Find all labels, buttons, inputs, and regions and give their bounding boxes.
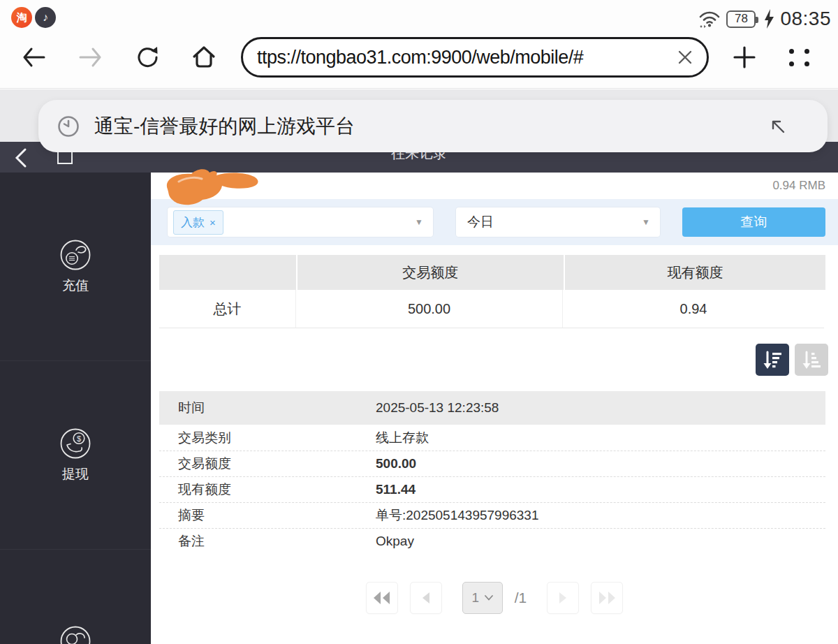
total-pages-label: /1 [515,590,527,606]
date-range-dropdown[interactable]: 今日 ▼ [456,207,660,237]
record-value: 线上存款 [376,429,429,447]
record-label: 摘要 [159,506,376,525]
screen: 淘 ♪ 78 08:35 [0,0,838,644]
record-value: 2025-05-13 12:23:58 [376,400,499,416]
clear-url-icon[interactable] [676,48,694,66]
summary-header-cell [159,255,296,290]
recharge-hand-coin-icon [59,239,91,271]
partial-circle-icon [59,625,91,644]
redaction-scribble [155,167,265,207]
record-label: 时间 [159,399,376,417]
sort-controls [756,344,828,376]
record-row-time: 时间 2025-05-13 12:23:58 [159,391,825,425]
sidebar-item-label: 充值 [62,277,89,295]
page-select[interactable]: 1 [462,582,503,614]
summary-total-label: 总计 [159,290,296,328]
record-row-summary: 摘要 单号:202505143957996331 [159,502,825,528]
type-filter-label: 入款 [181,214,205,230]
music-note-glyph: ♪ [43,11,48,24]
back-button[interactable] [20,43,47,71]
pagination: 1 /1 [151,582,838,614]
browser-chrome: 淘 ♪ 78 08:35 [0,0,838,89]
taobao-glyph: 淘 [17,11,27,24]
query-button[interactable]: 查询 [682,207,825,237]
record-value: Okpay [376,534,414,549]
transaction-type-dropdown[interactable]: 入款 × ▼ [168,207,433,237]
insert-suggestion-arrow-icon[interactable] [769,117,787,136]
record-label: 现有额度 [159,481,376,499]
charging-bolt-icon [764,9,774,29]
sidebar-item-partial[interactable] [0,550,151,644]
withdraw-hand-dollar-icon: $ [59,427,91,460]
record-detail-card: 时间 2025-05-13 12:23:58 交易类别 线上存款 交易额度 50… [159,391,825,554]
taobao-notification-icon[interactable]: 淘 [11,7,32,28]
suggestion-title[interactable]: 通宝-信誉最好的网上游戏平台 [94,113,828,140]
summary-header-row: 交易额度 现有额度 [159,255,825,290]
date-range-value: 今日 [467,213,494,231]
next-page-button[interactable] [547,582,579,614]
record-row-remark: 备注 Okpay [159,528,825,554]
sort-ascending-button[interactable] [795,344,828,376]
forward-button[interactable] [77,43,105,71]
battery-level: 78 [735,12,748,26]
new-tab-button[interactable] [730,43,758,71]
last-page-button[interactable] [591,582,623,614]
summary-current-balance: 0.94 [563,290,824,328]
record-value: 单号:202505143957996331 [376,506,538,525]
url-suggestion-card[interactable]: 通宝-信誉最好的网上游戏平台 [38,100,828,152]
url-bar[interactable]: ttps://tongbao31.com:9900/web/mobile/# [241,37,709,78]
history-clock-icon [57,115,80,138]
record-value: 511.44 [376,482,416,497]
summary-transaction-amount: 500.00 [296,290,563,328]
chevron-down-icon: ▼ [415,217,423,227]
record-label: 交易类别 [159,429,376,447]
summary-header-cell: 现有额度 [565,255,825,290]
sidebar: 充值 $ 提现 [0,173,151,644]
balance-amount: 0.94 RMB [772,179,825,193]
page-select-value: 1 [471,590,479,606]
record-row-balance: 现有额度 511.44 [159,476,825,502]
record-row-type: 交易类别 线上存款 [159,425,825,451]
battery-icon: 78 [726,10,756,28]
wifi-icon [698,9,721,29]
summary-total-row: 总计 500.00 0.94 [159,290,825,328]
summary-header-cell: 交易额度 [297,255,564,290]
remove-tag-icon[interactable]: × [210,217,216,228]
previous-page-button[interactable] [410,582,442,614]
status-indicators: 78 08:35 [698,6,831,32]
sidebar-item-recharge[interactable]: 充值 [0,173,151,361]
record-label: 交易额度 [159,455,376,473]
douyin-notification-icon[interactable]: ♪ [35,7,56,28]
svg-text:$: $ [77,434,81,442]
home-button[interactable] [190,43,218,71]
summary-table: 交易额度 现有额度 总计 500.00 0.94 [159,255,825,328]
sidebar-item-label: 提现 [62,465,89,483]
record-label: 备注 [159,532,376,550]
url-text[interactable]: ttps://tongbao31.com:9900/web/mobile/# [257,47,676,68]
tabs-menu-icon[interactable] [789,49,816,68]
chevron-down-icon: ▼ [642,217,650,227]
sort-descending-button[interactable] [756,344,789,376]
first-page-button[interactable] [366,582,398,614]
refresh-button[interactable] [134,43,162,71]
type-filter-tag[interactable]: 入款 × [173,210,223,235]
main-content: 0.94 RMB 入款 × ▼ 今日 ▼ 查询 [151,173,838,644]
sidebar-item-withdraw[interactable]: $ 提现 [0,361,151,550]
clock-time: 08:35 [780,8,831,30]
record-value: 500.00 [376,456,416,471]
record-row-amount: 交易额度 500.00 [159,451,825,476]
